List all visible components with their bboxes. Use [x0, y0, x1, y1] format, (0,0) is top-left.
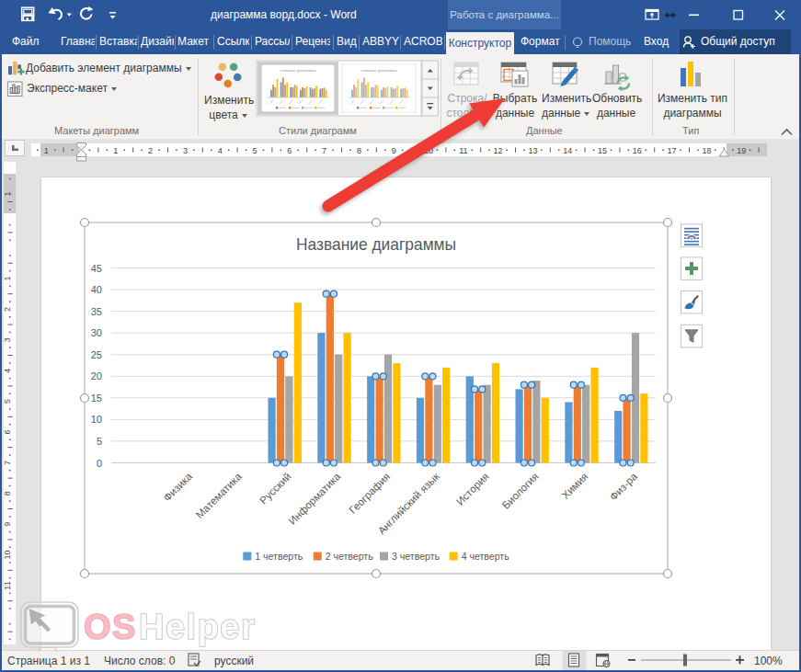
svg-text:8: 8	[4, 491, 12, 495]
svg-text:3: 3	[183, 146, 188, 155]
svg-text:3: 3	[4, 337, 12, 342]
svg-text:8: 8	[357, 146, 361, 155]
svg-text:1: 1	[44, 146, 49, 155]
svg-text:12: 12	[494, 146, 503, 155]
svg-text:6: 6	[4, 429, 12, 434]
svg-text:15: 15	[598, 146, 607, 155]
svg-text:1: 1	[113, 146, 118, 155]
svg-text:10: 10	[424, 146, 433, 155]
svg-text:7: 7	[322, 146, 326, 155]
svg-text:9: 9	[4, 522, 12, 527]
svg-text:11: 11	[4, 581, 12, 589]
svg-text:13: 13	[528, 146, 537, 155]
svg-text:2: 2	[4, 307, 12, 312]
svg-text:7: 7	[4, 461, 12, 465]
svg-text:1: 1	[4, 276, 12, 280]
svg-text:4: 4	[218, 146, 223, 155]
svg-text:5: 5	[252, 146, 257, 155]
svg-text:1: 1	[4, 191, 12, 196]
svg-text:название диаграммы: название диаграммы	[360, 68, 397, 73]
svg-text:18: 18	[702, 146, 711, 155]
svg-text:4: 4	[4, 369, 12, 373]
svg-text:17: 17	[668, 146, 677, 155]
svg-text:5: 5	[4, 399, 12, 404]
svg-text:16: 16	[633, 146, 642, 155]
svg-text:11: 11	[459, 146, 467, 155]
svg-text:название диаграммы: название диаграммы	[280, 68, 316, 73]
svg-text:6: 6	[287, 146, 292, 155]
svg-text:19: 19	[737, 146, 746, 155]
svg-text:2: 2	[148, 146, 153, 155]
svg-text:14: 14	[563, 146, 572, 155]
svg-text:9: 9	[392, 146, 396, 155]
svg-text:10: 10	[4, 551, 12, 560]
